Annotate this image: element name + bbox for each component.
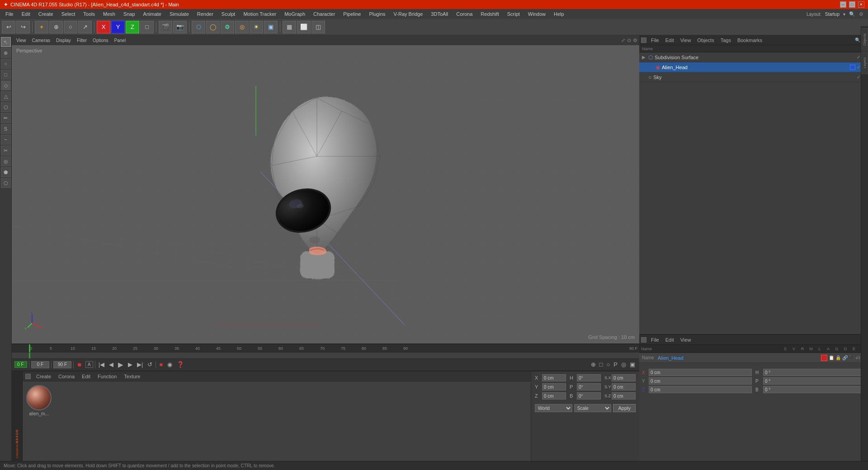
attr-h-field[interactable]: 0 °: [763, 369, 865, 376]
viewport[interactable]: Perspective Grid Spacing : 10 cm X Y Z: [12, 45, 639, 343]
attr-view-menu[interactable]: View: [679, 337, 693, 343]
layout-dropdown-icon[interactable]: ▾: [843, 12, 845, 17]
material-preview-ball[interactable]: [26, 385, 52, 410]
menu-help[interactable]: Help: [550, 10, 568, 18]
mirror-tool[interactable]: ⬟: [1, 167, 11, 177]
menu-redshift[interactable]: Redshift: [477, 10, 502, 18]
obj-item-sky[interactable]: ○ Sky ✓ ✗: [639, 72, 868, 82]
grid-button[interactable]: ▦: [283, 21, 296, 33]
material-function-menu[interactable]: Function: [96, 373, 118, 380]
attr-icon5[interactable]: 🏷: [856, 355, 860, 360]
deformer-button[interactable]: ◎: [235, 21, 249, 33]
x-axis-button[interactable]: X: [97, 21, 110, 33]
minimize-button[interactable]: ─: [840, 1, 846, 8]
maximize-button[interactable]: □: [849, 1, 855, 8]
timeline-icon1[interactable]: ◉: [166, 361, 174, 368]
polygon-tool[interactable]: ◇: [1, 80, 11, 90]
close-button[interactable]: ✕: [858, 1, 864, 8]
select-tool[interactable]: ↖: [1, 37, 11, 47]
viewport-settings-icon[interactable]: ⚙: [633, 38, 637, 43]
obj-expand-icon-subdivision[interactable]: ▶: [642, 55, 646, 60]
timeline-icon6[interactable]: P: [612, 361, 619, 368]
search-icon[interactable]: 🔍: [849, 11, 855, 17]
frame-end-input[interactable]: [53, 361, 71, 368]
gear-icon[interactable]: ⚙: [859, 11, 863, 17]
viewport-maximize-icon[interactable]: ⤢: [621, 38, 625, 43]
obj-vis-icon-sky[interactable]: ✓: [857, 75, 860, 80]
new-object-button[interactable]: +: [35, 21, 48, 33]
timeline-icon4[interactable]: □: [598, 361, 604, 368]
scale-tool[interactable]: □: [1, 70, 11, 80]
render-view-button[interactable]: 🎬: [159, 21, 172, 33]
coord-z-pos[interactable]: 0 cm: [542, 392, 566, 400]
z-axis-button[interactable]: Z: [126, 21, 139, 33]
spline-button[interactable]: ◯: [206, 21, 220, 33]
attr-z-field[interactable]: 0 cm: [649, 386, 752, 393]
menu-select[interactable]: Select: [58, 10, 79, 18]
attr-b-field[interactable]: 0 °: [763, 386, 865, 393]
material-ball-container[interactable]: alien_m...: [26, 385, 52, 416]
attr-icon3[interactable]: 🔗: [842, 355, 848, 360]
coord-p-rot[interactable]: 0°: [577, 383, 601, 390]
camera-button[interactable]: ▣: [264, 21, 278, 33]
apply-button[interactable]: Apply: [613, 404, 636, 412]
coord-x-pos[interactable]: 0 cm: [542, 374, 566, 381]
coord-sx-val[interactable]: 0 cm: [612, 374, 636, 381]
attr-p-field[interactable]: 0 °: [763, 377, 865, 385]
play-button[interactable]: ▶: [117, 360, 125, 369]
obj-item-alien-head[interactable]: ◉ Alien_Head ✓ ✗: [639, 62, 868, 72]
loop-tool[interactable]: ⬠: [1, 178, 11, 188]
timeline-icon7[interactable]: ◎: [620, 361, 627, 368]
menu-vray-bridge[interactable]: V-Ray Bridge: [390, 10, 427, 18]
smooth-tool[interactable]: ~: [1, 135, 11, 145]
menu-mograph[interactable]: MoGraph: [281, 10, 309, 18]
frame-start-input[interactable]: [31, 361, 49, 368]
next-frame-button[interactable]: ▶: [127, 361, 134, 368]
obj-item-subdivision[interactable]: ▶ ⬡ Subdivision Surface ✓ ✗: [639, 52, 868, 62]
coord-b-rot[interactable]: 0°: [577, 392, 601, 400]
menu-pipeline[interactable]: Pipeline: [340, 10, 364, 18]
snap-button[interactable]: ⬜: [297, 21, 311, 33]
menu-3dtoall[interactable]: 3DToAll: [427, 10, 452, 18]
menu-snap[interactable]: Snap: [120, 10, 139, 18]
move-tool[interactable]: ⊕: [1, 48, 11, 58]
menu-tools[interactable]: Tools: [80, 10, 99, 18]
generator-button[interactable]: ⚙: [221, 21, 234, 33]
menu-render[interactable]: Render: [193, 10, 217, 18]
material-create-menu[interactable]: Create: [34, 373, 53, 380]
menu-simulate[interactable]: Simulate: [166, 10, 193, 18]
material-texture-menu[interactable]: Texture: [122, 373, 142, 380]
coord-sz-val[interactable]: 0 cm: [612, 392, 636, 400]
menu-motion-tracker[interactable]: Motion Tracker: [240, 10, 280, 18]
obj-tags-menu[interactable]: Tags: [719, 37, 733, 43]
obj-bookmarks-menu[interactable]: Bookmarks: [736, 37, 764, 43]
vtab-scene[interactable]: Layers: [861, 52, 868, 74]
viewport-filter-menu[interactable]: Filter: [74, 37, 90, 44]
y-axis-button[interactable]: Y: [111, 21, 125, 33]
viewport-panel-menu[interactable]: Panel: [112, 37, 129, 44]
world-axis-button[interactable]: □: [140, 21, 154, 33]
menu-plugins[interactable]: Plugins: [365, 10, 389, 18]
rotate-button[interactable]: ○: [64, 21, 77, 33]
menu-sculpt[interactable]: Sculpt: [218, 10, 239, 18]
spline-tool[interactable]: △: [1, 91, 11, 101]
stop-button[interactable]: ■: [158, 361, 164, 368]
menu-create[interactable]: Create: [35, 10, 57, 18]
light-button[interactable]: ☀: [250, 21, 263, 33]
menu-animate[interactable]: Animate: [140, 10, 165, 18]
timeline-icon5[interactable]: ○: [605, 361, 611, 368]
timeline-icon2[interactable]: ❓: [175, 361, 185, 368]
viewport-view-menu[interactable]: View: [14, 37, 29, 44]
viewport-cameras-menu[interactable]: Cameras: [29, 37, 53, 44]
subdivision-tool[interactable]: ⬡: [1, 102, 11, 112]
record-button[interactable]: ⏺: [75, 361, 84, 368]
redo-button[interactable]: ↪: [16, 21, 30, 33]
world-dropdown[interactable]: World Object: [535, 404, 572, 412]
attr-y-field[interactable]: 0 cm: [649, 377, 752, 385]
material-edit-menu[interactable]: Edit: [80, 373, 92, 380]
menu-character[interactable]: Character: [310, 10, 339, 18]
attr-x-field[interactable]: 0 cm: [649, 369, 752, 376]
menu-mesh[interactable]: Mesh: [99, 10, 119, 18]
obj-edit-menu[interactable]: Edit: [664, 37, 676, 43]
attr-icon1[interactable]: 📋: [829, 355, 834, 360]
